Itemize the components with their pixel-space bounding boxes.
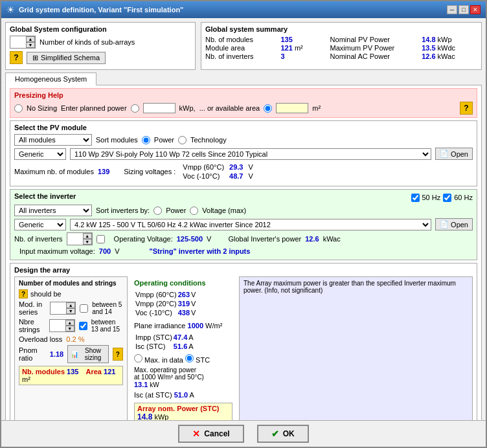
mod-series-up[interactable]: ▲ xyxy=(66,302,75,308)
max-in-data-radio[interactable] xyxy=(134,354,142,363)
max-in-data-label: Max. in data xyxy=(144,356,183,364)
irradiance-row: Plane irradiance 1000 W/m² xyxy=(134,322,232,330)
global-config-title: Global System configuration xyxy=(10,25,191,33)
impp-unit: A xyxy=(188,333,193,341)
show-sizing-button[interactable]: 📊 Show sizing xyxy=(67,345,109,363)
sort-power-radio[interactable] xyxy=(142,136,150,144)
vmpp60-row: Vmpp (60°C) 263 V xyxy=(135,291,196,298)
minimize-button[interactable]: ─ xyxy=(447,5,457,14)
nbre-strings-checkbox[interactable] xyxy=(79,322,87,330)
nbre-strings-spinbox[interactable]: 15 ▲ ▼ xyxy=(49,319,75,332)
bottom-bar: ✕ Cancel ✔ OK xyxy=(1,420,486,447)
schema-button[interactable]: ⊞ Simplified Schema xyxy=(27,52,106,64)
isc-stc-label: Isc (at STC) xyxy=(134,391,172,399)
inverter-title: Select the inverter xyxy=(14,192,407,200)
vmpp60-value: 263 xyxy=(178,291,190,298)
inv-manufacturer-select[interactable]: Generic xyxy=(14,219,66,230)
nominal-ac-value: 12.6 xyxy=(422,52,435,60)
sort-inv-power-radio[interactable] xyxy=(153,207,162,215)
maximize-button[interactable]: □ xyxy=(459,5,469,14)
pv-module-title: Select the PV module xyxy=(14,124,473,131)
sizing-voltages-label: Sizing voltages : xyxy=(124,168,176,175)
no-sizing-radio[interactable] xyxy=(14,104,23,113)
stc-radio[interactable] xyxy=(185,354,194,363)
mod-series-checkbox[interactable] xyxy=(80,304,88,313)
voc10-value: 438 xyxy=(178,309,190,317)
nb-inv-down-button[interactable]: ▼ xyxy=(83,239,92,245)
global-power-value: 12.6 xyxy=(305,235,319,243)
kinds-input[interactable]: 1 xyxy=(10,38,26,47)
nb-inv-up-button[interactable]: ▲ xyxy=(83,233,92,239)
nb-inverters-spinbox[interactable]: 3 ▲ ▼ xyxy=(67,232,93,245)
sort-modules-label: Sort modules xyxy=(96,136,138,144)
sort-inv-power-label: Power xyxy=(166,207,186,214)
mod-series-label: Mod. in series xyxy=(19,300,46,316)
sort-inv-voltage-radio[interactable] xyxy=(190,207,198,215)
should-be-label: should be xyxy=(30,290,62,298)
area-input[interactable]: 125 xyxy=(276,103,308,113)
module-area-label: Module area xyxy=(205,44,275,52)
nbre-strings-input[interactable]: 15 xyxy=(50,321,65,330)
global-power-unit: kWac xyxy=(323,235,341,243)
global-config-panel: Global System configuration 1 ▲ ▼ Number… xyxy=(5,22,196,70)
sort-technology-radio[interactable] xyxy=(178,136,187,144)
nbre-strings-down[interactable]: ▼ xyxy=(65,326,74,331)
isc-stc-row: Isc (at STC) 51.0 A xyxy=(134,391,232,399)
sizing-help-button[interactable]: ? xyxy=(113,348,123,361)
array-nom-value: 14.8 xyxy=(137,412,152,420)
tab-homogeneous[interactable]: Homogeneous System xyxy=(5,73,96,85)
help-button[interactable]: ? xyxy=(10,51,23,64)
power-input[interactable]: 15.3 xyxy=(143,103,176,113)
stc-label: STC xyxy=(196,356,210,364)
presizing-help-button[interactable]: ? xyxy=(460,102,473,115)
array-nom-label: Array nom. Power (STC) xyxy=(137,405,220,412)
max-op-value: 13.1 xyxy=(134,381,148,388)
nbre-strings-up[interactable]: ▲ xyxy=(65,320,74,326)
array-nom-row: Array nom. Power (STC) 14.8 kWp xyxy=(134,403,232,420)
isc-unit: A xyxy=(188,342,193,350)
inverter-desc-select[interactable]: 4.2 kW 125 - 500 V TL 50/60 Hz 4.2 kWac … xyxy=(70,219,431,230)
isc-stc-value: 51.0 xyxy=(174,391,188,399)
all-modules-select[interactable]: All modules xyxy=(14,134,92,146)
irradiance-value: 1000 xyxy=(188,322,203,330)
inverter-open-button[interactable]: 📄 Open xyxy=(435,218,473,230)
close-button[interactable]: ✕ xyxy=(470,5,481,14)
nb-inverters-input[interactable]: 3 xyxy=(67,234,83,243)
kinds-down-button[interactable]: ▼ xyxy=(26,42,35,48)
isc-stc-unit: A xyxy=(190,391,194,399)
power-sizing-radio[interactable] xyxy=(131,104,139,113)
ok-button[interactable]: ✔ OK xyxy=(257,425,309,443)
manufacturer-select[interactable]: Generic xyxy=(14,148,66,160)
max-op-row: Max. operating power at 1000 W/m² and 50… xyxy=(134,366,232,388)
max-pv-value: 13.5 xyxy=(422,44,435,52)
design-help-icon[interactable]: ? xyxy=(19,289,28,298)
hz-checkboxes: 50 Hz 60 Hz xyxy=(411,194,473,202)
module-area-value: 121 xyxy=(280,44,292,52)
kinds-up-button[interactable]: ▲ xyxy=(26,36,35,42)
inverter-title-row: Select the inverter 50 Hz 60 Hz xyxy=(14,192,473,203)
kinds-label: Number of kinds of sub-arrays xyxy=(40,38,135,46)
voltage-table: Vmpp (60°C) 29.3 V Voc (-10°C) 48.7 V xyxy=(179,162,256,181)
schema-row: ? ⊞ Simplified Schema xyxy=(10,51,191,64)
nbre-strings-row: Nbre strings 15 ▲ ▼ between 13 and 15 xyxy=(19,318,123,333)
area-footer-value: 121 xyxy=(104,368,115,375)
all-inverters-select[interactable]: All inverters xyxy=(14,205,92,216)
mod-series-down[interactable]: ▼ xyxy=(66,308,75,314)
help-question[interactable]: ? xyxy=(19,289,28,298)
hz60-checkbox[interactable] xyxy=(443,194,451,202)
voc10-unit: V xyxy=(191,309,196,317)
area-sizing-radio[interactable] xyxy=(264,104,272,113)
string-label: "String" inverter with 2 inputs xyxy=(149,247,250,255)
cancel-button[interactable]: ✕ Cancel xyxy=(178,425,244,443)
kinds-spinbox[interactable]: 1 ▲ ▼ xyxy=(10,36,36,49)
vmpp20-value: 319 xyxy=(178,300,190,308)
mod-series-spinbox[interactable]: 9 ▲ ▼ xyxy=(50,302,76,315)
inv-checkbox[interactable] xyxy=(96,235,105,243)
pv-open-button[interactable]: 📄 Open xyxy=(435,148,473,160)
module-desc-select[interactable]: 110 Wp 29V Si-poly Poly 110 Wp 72 cells … xyxy=(70,148,431,160)
mod-series-input[interactable]: 9 xyxy=(51,304,66,313)
num-modules-title: Number of modules and strings xyxy=(19,280,123,287)
hz50-checkbox[interactable] xyxy=(411,194,420,202)
no-sizing-label: No Sizing xyxy=(27,104,57,112)
nbre-strings-between: between 13 and 15 xyxy=(91,319,123,333)
